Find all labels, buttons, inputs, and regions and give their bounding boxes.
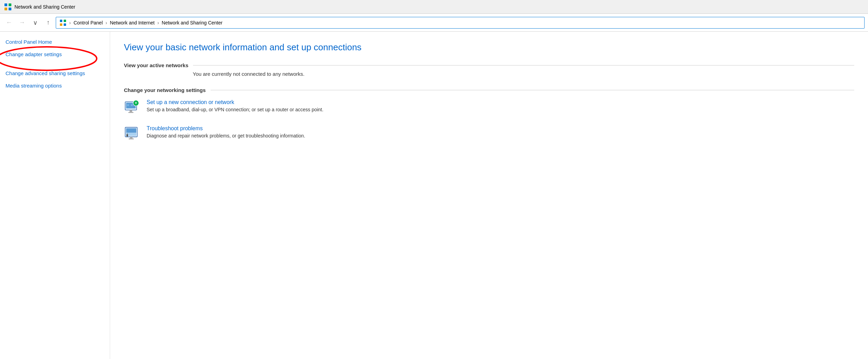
no-network-text: You are currently not connected to any n… xyxy=(193,71,854,77)
troubleshoot-content: Troubleshoot problems Diagnose and repai… xyxy=(147,125,305,139)
svg-rect-7 xyxy=(64,23,66,26)
sidebar: Control Panel Home Change adapter settin… xyxy=(0,32,110,359)
networking-settings-divider xyxy=(211,90,854,90)
title-bar: Network and Sharing Center xyxy=(0,0,868,14)
forward-button[interactable]: → xyxy=(17,17,28,28)
svg-rect-3 xyxy=(9,8,11,10)
breadcrumb-network-sharing[interactable]: Network and Sharing Center xyxy=(162,20,223,25)
title-bar-text: Network and Sharing Center xyxy=(14,4,75,10)
troubleshoot-icon xyxy=(124,125,140,142)
recent-locations-button[interactable]: ∨ xyxy=(30,17,41,28)
new-connection-desc: Set up a broadband, dial-up, or VPN conn… xyxy=(147,107,324,112)
breadcrumb-separator-1: › xyxy=(69,20,71,25)
svg-rect-0 xyxy=(4,3,7,6)
troubleshoot-desc: Diagnose and repair network problems, or… xyxy=(147,133,305,139)
sidebar-item-media-streaming[interactable]: Media streaming options xyxy=(6,82,104,89)
active-networks-divider xyxy=(193,65,854,65)
svg-rect-6 xyxy=(60,23,62,26)
address-bar-container: ← → ∨ ↑ › Control Panel › Network and In… xyxy=(0,14,868,32)
back-button[interactable]: ← xyxy=(3,17,14,28)
address-bar[interactable]: › Control Panel › Network and Internet ›… xyxy=(56,17,865,29)
sidebar-item-change-adapter-settings[interactable]: Change adapter settings xyxy=(6,51,62,58)
svg-rect-21 xyxy=(129,139,134,140)
sidebar-item-change-advanced-sharing[interactable]: Change advanced sharing settings xyxy=(6,70,104,77)
new-connection-svg-icon: + xyxy=(124,99,140,116)
new-connection-option: + Set up a new connection or network Set… xyxy=(124,99,854,116)
main-layout: Control Panel Home Change adapter settin… xyxy=(0,32,868,359)
troubleshoot-link[interactable]: Troubleshoot problems xyxy=(147,125,305,132)
svg-rect-12 xyxy=(128,112,134,113)
active-networks-section: View your active networks xyxy=(124,62,854,68)
new-connection-icon: + xyxy=(124,99,140,116)
networking-settings-label-row: Change your networking settings xyxy=(124,87,854,93)
svg-rect-1 xyxy=(9,3,11,6)
svg-rect-2 xyxy=(4,8,7,10)
up-button[interactable]: ↑ xyxy=(43,17,54,28)
svg-rect-5 xyxy=(64,20,66,22)
svg-rect-16 xyxy=(131,104,133,106)
new-connection-link[interactable]: Set up a new connection or network xyxy=(147,99,324,105)
breadcrumb-separator-2: › xyxy=(106,20,107,25)
svg-rect-18 xyxy=(126,128,136,133)
sidebar-item-control-panel-home[interactable]: Control Panel Home xyxy=(6,39,104,45)
svg-rect-15 xyxy=(127,104,129,106)
page-title: View your basic network information and … xyxy=(124,42,854,53)
breadcrumb-separator-3: › xyxy=(157,20,159,25)
content-area: View your basic network information and … xyxy=(110,32,868,359)
active-networks-label: View your active networks xyxy=(124,62,188,68)
circle-annotation xyxy=(0,45,105,72)
troubleshoot-svg-icon xyxy=(124,125,140,142)
svg-rect-20 xyxy=(130,137,133,139)
networking-settings-section: Change your networking settings xyxy=(124,87,854,142)
svg-text:+: + xyxy=(135,101,137,105)
svg-rect-4 xyxy=(60,20,62,22)
networking-settings-label: Change your networking settings xyxy=(124,87,206,93)
svg-point-8 xyxy=(0,47,97,70)
troubleshoot-option: Troubleshoot problems Diagnose and repai… xyxy=(124,125,854,142)
new-connection-content: Set up a new connection or network Set u… xyxy=(147,99,324,112)
svg-rect-22 xyxy=(126,134,128,136)
breadcrumb-control-panel[interactable]: Control Panel xyxy=(74,20,103,25)
svg-rect-11 xyxy=(130,110,132,112)
network-sharing-title-icon xyxy=(4,3,12,11)
breadcrumb-network-internet[interactable]: Network and Internet xyxy=(110,20,155,25)
address-bar-icon xyxy=(60,19,66,26)
